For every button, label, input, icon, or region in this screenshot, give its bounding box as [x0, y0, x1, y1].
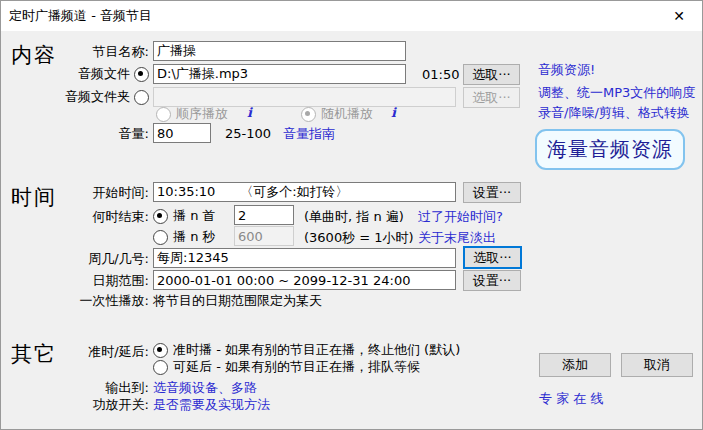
volume-label: 音量:	[1, 126, 149, 142]
weekday-pick-button[interactable]: 选取···	[463, 246, 522, 269]
amp-switch-label: 功放开关:	[1, 397, 149, 413]
play-n-seconds-option[interactable]: 播 n 秒	[153, 228, 216, 246]
audio-file-label: 音频文件	[78, 66, 130, 82]
audio-folder-input	[153, 87, 456, 107]
n-seconds-hint: (3600秒 = 1小时)	[304, 230, 414, 246]
play-n-seconds-radio[interactable]	[153, 230, 168, 245]
ontime-radio[interactable]	[153, 343, 168, 358]
past-start-time-link[interactable]: 过了开始时间?	[418, 209, 503, 225]
audio-folder-label-row: 音频文件夹	[1, 89, 149, 105]
close-icon[interactable]: ✕	[656, 1, 702, 31]
random-play-label: 随机播放	[321, 105, 373, 123]
output-device-link[interactable]: 选音频设备、多路	[153, 380, 257, 396]
pick-audio-folder-button: 选取···	[463, 87, 520, 108]
weekday-input[interactable]	[153, 248, 456, 268]
ontime-option[interactable]: 准时播 - 如果有别的节目正在播，终止他们 (默认)	[153, 341, 460, 359]
random-play-option: 随机播放	[301, 105, 373, 123]
amp-method-link[interactable]: 是否需要及实现方法	[153, 397, 270, 413]
adjust-loudness-link[interactable]: 调整、统一MP3文件的响度	[538, 85, 695, 101]
one-time-play-text[interactable]: 将节目的日期范围限定为某天	[153, 293, 322, 309]
cancel-button[interactable]: 取消	[621, 353, 693, 377]
start-time-label: 开始时间:	[1, 185, 149, 201]
date-range-set-button[interactable]: 设置···	[463, 270, 521, 291]
ontime-delay-label: 准时/延后:	[1, 344, 149, 360]
fade-out-link[interactable]: 关于末尾淡出	[418, 230, 496, 246]
output-to-label: 输出到:	[1, 380, 149, 396]
sequential-info-icon[interactable]: i	[247, 105, 252, 120]
volume-range-hint: 25-100	[225, 126, 271, 142]
title-bar: 定时广播频道 - 音频节目 ✕	[1, 1, 702, 31]
audio-folder-radio[interactable]	[134, 90, 149, 105]
audio-file-input[interactable]	[153, 64, 406, 84]
record-edit-link[interactable]: 录音/降噪/剪辑、格式转换	[538, 105, 690, 121]
n-seconds-input	[234, 226, 294, 246]
program-name-input[interactable]	[153, 41, 406, 61]
random-info-icon[interactable]: i	[391, 105, 396, 120]
audio-resources-link[interactable]: 音频资源!	[538, 62, 595, 78]
delay-radio[interactable]	[153, 360, 168, 375]
pick-audio-file-button[interactable]: 选取···	[463, 64, 520, 85]
sequential-play-radio	[156, 107, 171, 122]
dialog-window: 定时广播频道 - 音频节目 ✕ 内容 时间 其它 节目名称: 音频文件 01:5…	[0, 0, 703, 430]
sequential-play-label: 顺序播放	[176, 105, 228, 123]
one-time-play-label: 一次性播放:	[1, 293, 149, 309]
date-range-input[interactable]	[153, 270, 456, 290]
ontime-option-label: 准时播 - 如果有别的节目正在播，终止他们 (默认)	[173, 341, 460, 359]
start-time-set-button[interactable]: 设置···	[463, 182, 521, 203]
audio-duration: 01:50	[422, 67, 459, 83]
audio-folder-label: 音频文件夹	[65, 89, 130, 105]
audio-file-label-row: 音频文件	[1, 66, 149, 82]
play-n-songs-radio[interactable]	[153, 209, 168, 224]
weekday-label: 周几/几号:	[1, 251, 149, 267]
random-play-radio	[301, 107, 316, 122]
play-n-songs-option[interactable]: 播 n 首	[153, 207, 216, 225]
massive-audio-resources-button[interactable]: 海量音频资源	[535, 129, 685, 170]
expert-online-link[interactable]: 专 家 在 线	[539, 391, 603, 407]
end-when-label: 何时结束:	[1, 209, 149, 225]
start-time-input[interactable]	[153, 182, 456, 202]
play-n-songs-label: 播 n 首	[173, 207, 216, 225]
audio-file-radio[interactable]	[134, 67, 149, 82]
window-title: 定时广播频道 - 音频节目	[9, 1, 152, 31]
volume-input[interactable]	[153, 123, 211, 143]
volume-guide-link[interactable]: 音量指南	[283, 126, 335, 142]
add-button[interactable]: 添加	[539, 353, 611, 377]
delay-option-label: 可延后 - 如果有别的节目正在播，排队等候	[173, 358, 420, 376]
date-range-label: 日期范围:	[1, 273, 149, 289]
delay-option[interactable]: 可延后 - 如果有别的节目正在播，排队等候	[153, 358, 420, 376]
play-n-seconds-label: 播 n 秒	[173, 228, 216, 246]
program-name-label: 节目名称:	[1, 44, 149, 60]
n-songs-hint: (单曲时, 指 n 遍)	[304, 209, 404, 225]
n-songs-input[interactable]	[234, 205, 294, 225]
sequential-play-option: 顺序播放	[156, 105, 228, 123]
